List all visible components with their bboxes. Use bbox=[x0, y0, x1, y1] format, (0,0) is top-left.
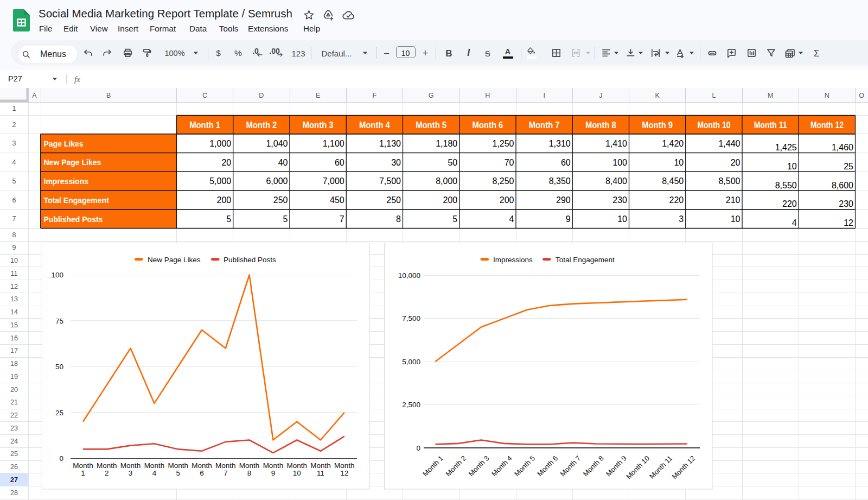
svg-text:A: A bbox=[32, 92, 37, 99]
svg-text:11: 11 bbox=[317, 469, 324, 477]
svg-text:2: 2 bbox=[105, 469, 109, 477]
svg-text:E: E bbox=[316, 92, 320, 99]
svg-text:F: F bbox=[373, 92, 377, 99]
svg-text:D: D bbox=[259, 92, 264, 99]
svg-text:6: 6 bbox=[12, 197, 16, 204]
svg-text:H: H bbox=[485, 92, 490, 99]
svg-text:5: 5 bbox=[283, 214, 288, 224]
svg-text:5,000: 5,000 bbox=[402, 358, 420, 366]
svg-text:C: C bbox=[202, 92, 207, 99]
svg-text:I: I bbox=[543, 92, 545, 99]
svg-text:200: 200 bbox=[500, 195, 514, 205]
svg-text:6: 6 bbox=[200, 469, 204, 477]
svg-text:100: 100 bbox=[612, 158, 627, 167]
svg-text:Total Engagement: Total Engagement bbox=[556, 256, 615, 264]
svg-text:Month: Month bbox=[310, 461, 331, 470]
svg-text:8,500: 8,500 bbox=[718, 176, 740, 186]
svg-text:2: 2 bbox=[12, 121, 16, 129]
svg-text:5: 5 bbox=[12, 178, 16, 185]
svg-text:Page Likes: Page Likes bbox=[44, 140, 84, 148]
svg-text:Month: Month bbox=[73, 461, 93, 470]
svg-text:18: 18 bbox=[10, 360, 18, 368]
svg-text:1,130: 1,130 bbox=[379, 139, 401, 148]
svg-text:40: 40 bbox=[278, 158, 288, 167]
svg-text:8,400: 8,400 bbox=[605, 176, 627, 186]
svg-text:Month 11: Month 11 bbox=[754, 120, 787, 130]
svg-text:K: K bbox=[655, 92, 660, 99]
svg-text:200: 200 bbox=[217, 195, 232, 205]
svg-text:3: 3 bbox=[12, 140, 16, 147]
svg-text:1,250: 1,250 bbox=[492, 139, 514, 148]
svg-text:24: 24 bbox=[10, 438, 18, 445]
svg-text:8,450: 8,450 bbox=[662, 176, 684, 186]
svg-text:14: 14 bbox=[10, 308, 18, 316]
svg-text:Month: Month bbox=[334, 461, 355, 470]
svg-text:50: 50 bbox=[448, 158, 457, 167]
svg-text:75: 75 bbox=[55, 317, 63, 325]
svg-text:290: 290 bbox=[556, 195, 571, 205]
svg-text:N: N bbox=[825, 92, 829, 99]
svg-text:Month 9: Month 9 bbox=[642, 120, 673, 130]
svg-text:5: 5 bbox=[226, 214, 231, 224]
svg-text:28: 28 bbox=[10, 489, 18, 497]
svg-text:New Page Likes: New Page Likes bbox=[44, 158, 101, 167]
svg-text:New Page Likes: New Page Likes bbox=[148, 256, 201, 264]
svg-text:1,000: 1,000 bbox=[209, 139, 231, 148]
svg-text:25: 25 bbox=[844, 162, 853, 171]
svg-text:1,460: 1,460 bbox=[832, 143, 853, 152]
svg-text:7: 7 bbox=[340, 214, 344, 224]
svg-text:13: 13 bbox=[10, 295, 18, 303]
svg-text:25: 25 bbox=[55, 409, 63, 417]
svg-text:70: 70 bbox=[505, 158, 514, 167]
svg-text:Month: Month bbox=[97, 461, 117, 470]
svg-text:230: 230 bbox=[612, 195, 627, 205]
svg-text:7,500: 7,500 bbox=[379, 176, 401, 186]
svg-text:25: 25 bbox=[10, 450, 18, 458]
svg-text:7,500: 7,500 bbox=[402, 314, 420, 322]
svg-text:Month: Month bbox=[239, 461, 260, 470]
svg-text:220: 220 bbox=[669, 195, 684, 205]
svg-text:10: 10 bbox=[293, 469, 301, 477]
svg-text:M: M bbox=[768, 92, 773, 99]
svg-text:12: 12 bbox=[10, 283, 18, 290]
svg-text:16: 16 bbox=[10, 334, 18, 342]
svg-text:Month 5: Month 5 bbox=[416, 120, 446, 130]
svg-text:210: 210 bbox=[726, 195, 741, 205]
svg-text:4: 4 bbox=[509, 214, 514, 224]
svg-text:27: 27 bbox=[10, 476, 18, 484]
svg-text:4: 4 bbox=[152, 469, 157, 477]
svg-text:Month: Month bbox=[120, 461, 141, 470]
svg-text:8,600: 8,600 bbox=[832, 181, 853, 190]
svg-text:Month 10: Month 10 bbox=[697, 120, 730, 130]
svg-text:J: J bbox=[599, 92, 602, 99]
svg-text:1,420: 1,420 bbox=[662, 139, 684, 148]
svg-text:Month: Month bbox=[168, 461, 188, 470]
svg-text:1,310: 1,310 bbox=[549, 139, 571, 148]
svg-text:250: 250 bbox=[273, 195, 288, 205]
svg-text:15: 15 bbox=[10, 321, 18, 329]
svg-text:220: 220 bbox=[782, 199, 797, 208]
svg-text:12: 12 bbox=[340, 469, 348, 477]
svg-text:10: 10 bbox=[787, 162, 797, 171]
svg-text:Month 8: Month 8 bbox=[585, 120, 616, 130]
svg-text:Month 7: Month 7 bbox=[529, 120, 560, 130]
svg-text:230: 230 bbox=[839, 199, 853, 208]
svg-text:6,000: 6,000 bbox=[266, 176, 288, 186]
svg-text:26: 26 bbox=[10, 463, 18, 471]
svg-text:12: 12 bbox=[844, 218, 853, 227]
svg-text:9: 9 bbox=[12, 244, 16, 251]
svg-text:30: 30 bbox=[391, 158, 401, 167]
svg-text:Month: Month bbox=[263, 461, 284, 470]
svg-text:Month: Month bbox=[215, 461, 236, 470]
svg-text:O: O bbox=[859, 92, 864, 99]
svg-text:8: 8 bbox=[12, 231, 16, 239]
svg-text:10: 10 bbox=[674, 158, 684, 167]
svg-text:7: 7 bbox=[12, 215, 16, 223]
svg-text:5,000: 5,000 bbox=[209, 176, 231, 186]
svg-text:0: 0 bbox=[416, 444, 420, 452]
svg-text:7,000: 7,000 bbox=[323, 176, 344, 186]
svg-text:250: 250 bbox=[386, 195, 401, 205]
svg-text:Published Posts: Published Posts bbox=[44, 215, 103, 224]
svg-text:1,410: 1,410 bbox=[605, 139, 627, 148]
svg-text:5: 5 bbox=[452, 214, 457, 224]
